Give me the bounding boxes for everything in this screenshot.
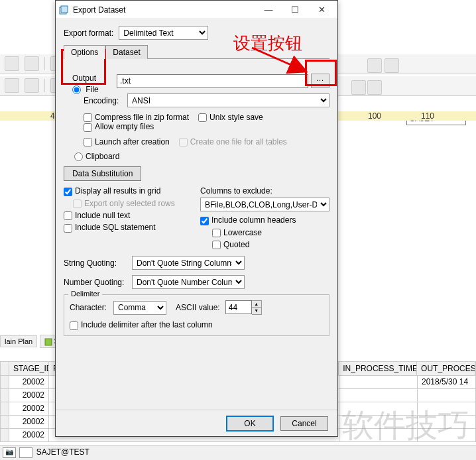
ok-button[interactable]: OK xyxy=(226,416,274,431)
delimiter-char-label: Character: xyxy=(70,303,108,312)
bg-btn[interactable] xyxy=(367,58,382,73)
ascii-input[interactable] xyxy=(225,300,252,314)
minimize-button[interactable]: — xyxy=(255,1,282,19)
col-in-process-time[interactable]: IN_PROCESS_TIME xyxy=(339,362,417,375)
string-quoting-label: String Quoting: xyxy=(64,259,127,268)
titlebar: Export Dataset — ☐ ✕ xyxy=(56,1,337,19)
tab-dataset[interactable]: Dataset xyxy=(105,45,147,59)
window-title: Export Dataset xyxy=(73,5,255,15)
ascii-spinner[interactable]: ▲▼ xyxy=(225,300,262,315)
col-stage-id[interactable]: STAGE_ID xyxy=(9,362,49,375)
cell: 20002 xyxy=(9,389,49,402)
ascii-label: ASCII value: xyxy=(176,303,220,312)
cell: 20002 xyxy=(9,416,49,429)
include-null-checkbox[interactable]: Include null text xyxy=(64,211,178,220)
number-quoting-select[interactable]: Don't Quote Number Columns xyxy=(132,275,245,289)
status-icon[interactable] xyxy=(19,447,32,458)
connection-label: SAJET@TEST xyxy=(36,447,89,457)
spin-down[interactable]: ▼ xyxy=(252,308,261,314)
allow-empty-checkbox[interactable]: Allow empty files xyxy=(84,122,154,131)
svg-rect-0 xyxy=(45,339,52,345)
ruler-tick: 110 xyxy=(421,111,434,121)
display-all-checkbox[interactable]: Display all results in grid xyxy=(64,186,178,196)
launch-checkbox[interactable]: Launch after creation xyxy=(84,137,170,146)
delimiter-group: Delimiter Character: Comma ASCII value: … xyxy=(64,294,329,335)
include-headers-checkbox[interactable]: Include column headers xyxy=(200,215,320,225)
cancel-button[interactable]: Cancel xyxy=(280,416,328,431)
bg-btn[interactable] xyxy=(385,58,399,73)
clipboard-radio[interactable]: Clipboard xyxy=(74,152,119,161)
export-dataset-dialog: Export Dataset — ☐ ✕ Export format: Deli… xyxy=(55,0,338,437)
quoted-checkbox[interactable]: Quoted xyxy=(200,240,320,249)
tab-options[interactable]: Options xyxy=(64,45,105,59)
export-format-select[interactable]: Delimited Text xyxy=(119,26,208,40)
include-sql-checkbox[interactable]: Include SQL statement xyxy=(64,223,178,232)
delimiter-group-title: Delimiter xyxy=(68,290,102,298)
lowercase-checkbox[interactable]: Lowercase xyxy=(200,228,320,237)
bg-btn[interactable] xyxy=(25,56,39,71)
tab-explain-plan[interactable]: lain Plan xyxy=(0,335,37,347)
button-bar: OK Cancel xyxy=(56,410,337,436)
bg-btn[interactable] xyxy=(25,78,39,93)
bg-btn[interactable] xyxy=(367,80,382,95)
bg-btn[interactable] xyxy=(5,56,19,71)
col-out-process[interactable]: OUT_PROCES xyxy=(417,362,475,375)
ruler-tick: 100 xyxy=(368,111,381,121)
cell: 20002 xyxy=(9,376,49,389)
close-button[interactable]: ✕ xyxy=(308,1,335,19)
include-delimiter-after-checkbox[interactable]: Include delimiter after the last column xyxy=(70,320,213,329)
bg-btn[interactable] xyxy=(351,80,366,95)
data-substitution-button[interactable]: Data Substitution xyxy=(64,166,141,181)
output-label: Output xyxy=(72,74,108,83)
cell xyxy=(339,376,418,389)
export-format-label: Export format: xyxy=(64,29,113,38)
separator xyxy=(44,57,45,70)
file-path-input[interactable] xyxy=(117,74,308,88)
svg-rect-2 xyxy=(61,6,68,13)
number-quoting-label: Number Quoting: xyxy=(64,278,127,287)
cols-exclude-label: Columns to exclude: xyxy=(200,186,329,196)
browse-button[interactable]: ... xyxy=(311,74,329,88)
bg-btn[interactable] xyxy=(5,78,19,93)
spin-up[interactable]: ▲ xyxy=(252,301,261,308)
camera-icon[interactable]: 📷 xyxy=(3,447,16,458)
export-icon xyxy=(58,5,69,15)
unix-checkbox[interactable]: Unix style save xyxy=(198,113,263,122)
delimiter-char-select[interactable]: Comma xyxy=(113,301,166,315)
cell: 2018/5/30 14 xyxy=(418,376,476,389)
file-radio[interactable]: File xyxy=(72,85,99,94)
cell: 20002 xyxy=(9,402,49,416)
one-file-checkbox: Create one file for all tables xyxy=(179,137,287,146)
status-bar: 📷 SAJET@TEST xyxy=(0,445,476,460)
cell: 20002 xyxy=(9,429,49,442)
export-selected-checkbox: Export only selected rows xyxy=(64,199,178,208)
cols-exclude-select[interactable]: BFile,BLOB,CLOB,Long,User-Defined xyxy=(200,198,329,211)
encoding-select[interactable]: ANSI xyxy=(127,93,329,107)
maximize-button[interactable]: ☐ xyxy=(282,1,308,19)
encoding-label: Encoding: xyxy=(84,96,122,105)
separator xyxy=(44,79,45,92)
string-quoting-select[interactable]: Don't Quote String Columns xyxy=(132,256,245,270)
compress-checkbox[interactable]: Compress file in zip format xyxy=(84,113,189,122)
